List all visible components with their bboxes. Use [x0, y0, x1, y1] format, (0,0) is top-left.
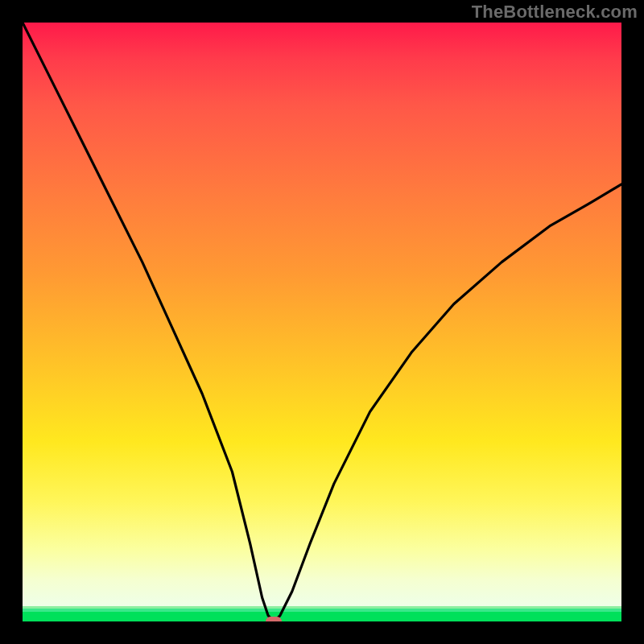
- bottleneck-curve: [23, 23, 621, 621]
- minimum-marker: [266, 617, 282, 621]
- curve-svg: [23, 23, 621, 621]
- watermark-text: TheBottleneck.com: [472, 2, 638, 23]
- plot-area: [23, 23, 621, 621]
- chart-frame: TheBottleneck.com: [0, 0, 644, 644]
